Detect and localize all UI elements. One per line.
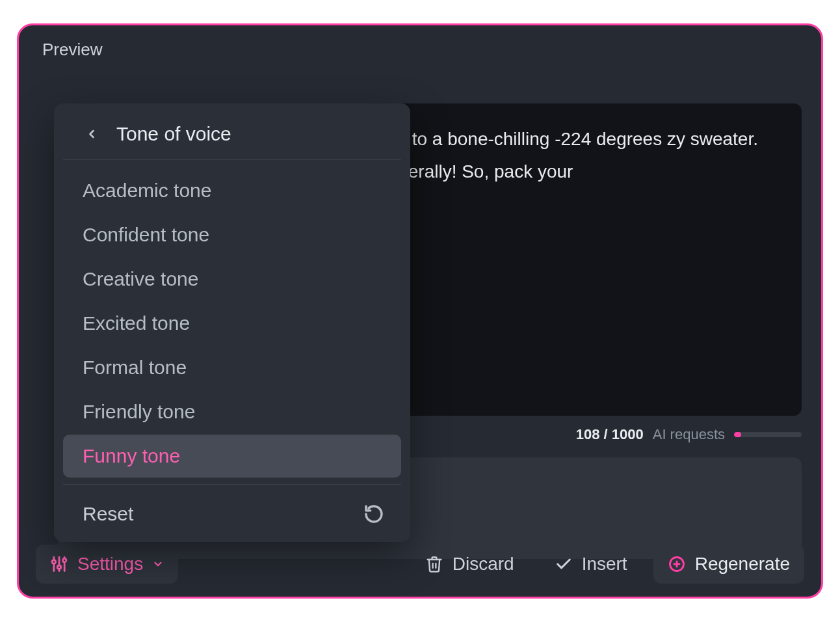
footer-toolbar: Settings Discard Insert (36, 545, 804, 584)
tone-option[interactable]: Funny tone (63, 435, 401, 478)
trash-icon (425, 555, 443, 573)
settings-button[interactable]: Settings (36, 545, 178, 584)
panel-title: Preview (19, 25, 821, 69)
discard-label: Discard (453, 554, 514, 575)
regenerate-icon (668, 555, 686, 573)
tone-option[interactable]: Confident tone (63, 213, 401, 256)
reset-button[interactable]: Reset (63, 491, 401, 539)
regenerate-button[interactable]: Regenerate (653, 545, 804, 584)
usage-total: 1000 (612, 426, 644, 442)
usage-bar-fill (734, 432, 741, 437)
back-button[interactable] (81, 124, 102, 144)
usage-label: AI requests (653, 426, 725, 443)
sliders-icon (50, 555, 68, 573)
usage-bar (734, 432, 802, 437)
ai-preview-panel: Preview let's just say it's not exactly … (17, 23, 823, 599)
svg-point-1 (52, 560, 55, 563)
tone-option[interactable]: Friendly tone (63, 390, 401, 433)
usage-sep: / (599, 426, 611, 442)
usage-current: 108 (576, 426, 600, 442)
usage-meter: 108 / 1000 AI requests (576, 426, 802, 443)
reset-label: Reset (83, 503, 133, 525)
undo-icon (363, 504, 384, 524)
tone-option[interactable]: Excited tone (63, 302, 401, 345)
svg-point-3 (57, 565, 60, 569)
tone-option[interactable]: Academic tone (63, 169, 401, 212)
tone-option[interactable]: Creative tone (63, 258, 401, 301)
svg-point-5 (62, 558, 66, 561)
chevron-left-icon (85, 128, 98, 141)
insert-button[interactable]: Insert (540, 545, 642, 584)
regenerate-label: Regenerate (695, 554, 790, 575)
discard-button[interactable]: Discard (411, 545, 529, 584)
settings-label: Settings (77, 554, 143, 575)
tone-popover: Tone of voice Academic tone Confident to… (54, 103, 410, 542)
popover-title: Tone of voice (116, 123, 231, 145)
chevron-down-icon (152, 558, 164, 570)
popover-header: Tone of voice (63, 109, 401, 160)
tone-option[interactable]: Formal tone (63, 346, 401, 389)
divider (63, 484, 401, 485)
insert-label: Insert (582, 554, 627, 575)
check-icon (555, 555, 573, 573)
